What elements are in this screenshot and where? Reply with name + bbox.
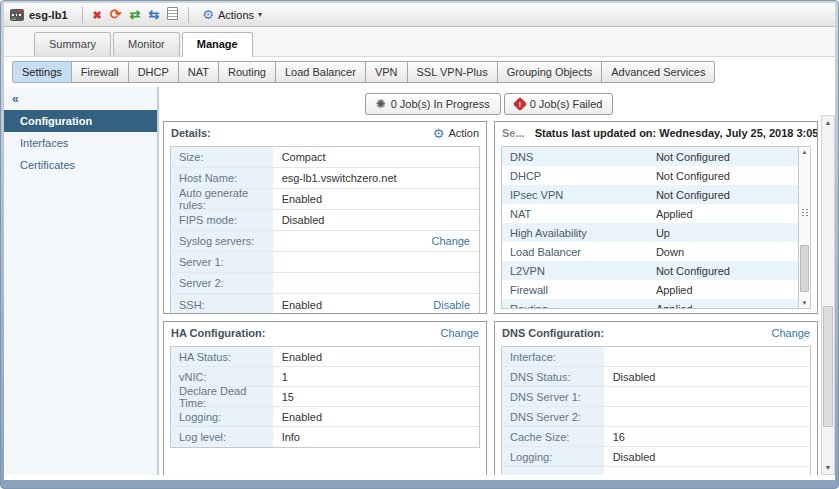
services-scrollbar[interactable]: ▲ ▼ bbox=[798, 147, 810, 308]
toolbar-separator bbox=[82, 7, 83, 23]
object-toolbar: esg-lb1 ✖ ⟳ ⇄ ⇆ ⚙ Actions ▾ bbox=[4, 3, 835, 27]
error-icon: ! bbox=[513, 97, 527, 111]
table-row: Interface: bbox=[502, 347, 810, 367]
tab-manage[interactable]: Manage bbox=[182, 32, 253, 57]
table-row: Host Name: esg-lb1.vswitchzero.net bbox=[171, 168, 479, 189]
notes-icon bbox=[167, 7, 178, 20]
dns-title: DNS Configuration: bbox=[502, 327, 604, 339]
subtab-routing[interactable]: Routing bbox=[218, 61, 276, 83]
toolbar-separator bbox=[188, 7, 189, 23]
subtab-bar: Settings Firewall DHCP NAT Routing Load … bbox=[4, 57, 835, 87]
table-row: Routing Applied bbox=[502, 299, 798, 309]
dns-table: Interface: DNS Status: Disabled DNS Serv… bbox=[501, 346, 811, 475]
force-sync-icon: ⇄ bbox=[129, 7, 140, 22]
table-row: Auto generate rules: Enabled bbox=[171, 189, 479, 210]
redeploy-icon: ⟳ bbox=[110, 6, 122, 22]
sidebar-item-certificates[interactable]: Certificates bbox=[4, 154, 157, 176]
ha-change-link[interactable]: Change bbox=[440, 327, 479, 339]
sidebar-item-interfaces[interactable]: Interfaces bbox=[4, 132, 157, 154]
logs-button[interactable] bbox=[163, 5, 182, 25]
table-row: Server 1: bbox=[171, 252, 479, 273]
panels-grid: Details: ⚙ Action Size: Compact bbox=[163, 121, 818, 475]
redeploy-button[interactable]: ⟳ bbox=[106, 5, 126, 24]
table-row: Declare Dead Time: 15 bbox=[171, 387, 479, 407]
tab-bar: Summary Monitor Manage bbox=[4, 27, 835, 57]
table-row: DNS Server 2: bbox=[502, 407, 810, 427]
scroll-down-icon[interactable]: ▼ bbox=[822, 464, 834, 471]
jobs-in-progress-button[interactable]: ✺ 0 Job(s) In Progress bbox=[365, 93, 501, 115]
table-row: DNS Not Configured bbox=[502, 147, 798, 166]
subtab-load-balancer[interactable]: Load Balancer bbox=[275, 61, 366, 83]
table-row: High Availability Up bbox=[502, 223, 798, 242]
table-row: Size: Compact bbox=[171, 147, 479, 168]
table-row: SSH: Enabled Disable bbox=[171, 294, 479, 314]
tab-summary[interactable]: Summary bbox=[34, 32, 111, 56]
table-row: Firewall Applied bbox=[502, 280, 798, 299]
delete-icon: ✖ bbox=[93, 9, 102, 21]
jobs-failed-button[interactable]: ! 0 Job(s) Failed bbox=[504, 93, 614, 115]
scroll-up-icon[interactable]: ▲ bbox=[822, 119, 834, 126]
resize-grip[interactable] bbox=[801, 208, 809, 217]
edge-manage-view: esg-lb1 ✖ ⟳ ⇄ ⇆ ⚙ Actions ▾ Summary Moni… bbox=[4, 3, 835, 480]
details-title: Details: bbox=[171, 127, 211, 139]
jobs-failed-label: 0 Job(s) Failed bbox=[530, 98, 603, 110]
subtab-ssl-vpn-plus[interactable]: SSL VPN-Plus bbox=[407, 61, 498, 83]
table-row: DNS Status: Disabled bbox=[502, 367, 810, 387]
actions-label: Actions bbox=[218, 9, 254, 21]
subtab-settings[interactable]: Settings bbox=[12, 61, 72, 83]
gear-icon: ⚙ bbox=[433, 126, 445, 141]
subtab-dhcp[interactable]: DHCP bbox=[128, 61, 179, 83]
details-table: Size: Compact Host Name: esg-lb1.vswitch… bbox=[170, 146, 480, 314]
services-panel: Se... Status last updated on: Wednesday,… bbox=[494, 121, 818, 314]
table-row: Logging: Enabled bbox=[171, 407, 479, 427]
ha-panel-header: HA Configuration: Change bbox=[164, 322, 486, 344]
scroll-down-icon[interactable]: ▼ bbox=[799, 300, 810, 306]
ha-table: HA Status: Enabled vNIC: 1 Declare Dead … bbox=[170, 346, 480, 448]
content-scrollbar[interactable]: ▲ ▼ bbox=[821, 115, 835, 475]
sidebar-item-configuration[interactable]: Configuration bbox=[4, 110, 157, 132]
ssh-disable-link[interactable]: Disable bbox=[433, 299, 470, 311]
scroll-up-icon[interactable]: ▲ bbox=[799, 149, 810, 155]
table-row: DNS Server 1: bbox=[502, 387, 810, 407]
action-label: Action bbox=[448, 127, 479, 139]
table-row: Log level: Info bbox=[171, 427, 479, 447]
ha-title: HA Configuration: bbox=[171, 327, 265, 339]
table-row: IPsec VPN Not Configured bbox=[502, 185, 798, 204]
details-panel-header: Details: ⚙ Action bbox=[164, 122, 486, 144]
services-title: Se... bbox=[502, 127, 525, 139]
table-row: Cache Size: 16 bbox=[502, 427, 810, 447]
table-row: Syslog servers: Change bbox=[171, 231, 479, 252]
jobs-status-bar: ✺ 0 Job(s) In Progress ! 0 Job(s) Failed bbox=[159, 93, 819, 115]
main-area: « Configuration Interfaces Certificates … bbox=[4, 87, 835, 475]
tab-monitor[interactable]: Monitor bbox=[113, 32, 180, 56]
services-table: DNS Not Configured DHCP Not Configured I… bbox=[501, 146, 811, 309]
services-panel-header: Se... Status last updated on: Wednesday,… bbox=[495, 122, 817, 144]
dns-panel-header: DNS Configuration: Change bbox=[495, 322, 817, 344]
jobs-in-progress-label: 0 Job(s) In Progress bbox=[391, 98, 490, 110]
details-action-button[interactable]: ⚙ Action bbox=[433, 126, 479, 141]
details-panel: Details: ⚙ Action Size: Compact bbox=[163, 121, 487, 314]
services-status-updated: Status last updated on: Wednesday, July … bbox=[535, 127, 818, 139]
chevron-down-icon: ▾ bbox=[258, 10, 262, 19]
scrollbar-thumb[interactable] bbox=[823, 306, 833, 428]
content-area: ✺ 0 Job(s) In Progress ! 0 Job(s) Failed… bbox=[159, 87, 835, 475]
ha-configuration-panel: HA Configuration: Change HA Status: Enab… bbox=[163, 321, 487, 475]
table-row: Server 2: bbox=[171, 273, 479, 294]
delete-button[interactable]: ✖ bbox=[89, 6, 106, 24]
syslog-change-link[interactable]: Change bbox=[431, 235, 470, 247]
force-sync-button[interactable]: ⇄ bbox=[125, 6, 144, 24]
scrollbar-thumb[interactable] bbox=[800, 245, 809, 292]
subtab-nat[interactable]: NAT bbox=[178, 61, 219, 83]
subtab-advanced-services[interactable]: Advanced Services bbox=[601, 61, 715, 83]
subtab-firewall[interactable]: Firewall bbox=[71, 61, 129, 83]
collapse-sidebar-icon[interactable]: « bbox=[4, 90, 157, 110]
subtab-grouping-objects[interactable]: Grouping Objects bbox=[497, 61, 603, 83]
subtab-vpn[interactable]: VPN bbox=[365, 61, 408, 83]
actions-button[interactable]: ⚙ Actions ▾ bbox=[195, 4, 269, 25]
table-row: NAT Applied bbox=[502, 204, 798, 223]
table-row-partial bbox=[502, 467, 810, 475]
dns-change-link[interactable]: Change bbox=[771, 327, 810, 339]
spinner-icon: ✺ bbox=[376, 97, 386, 111]
app-window: esg-lb1 ✖ ⟳ ⇄ ⇆ ⚙ Actions ▾ Summary Moni… bbox=[0, 0, 839, 489]
change-appliance-button[interactable]: ⇆ bbox=[144, 6, 163, 24]
